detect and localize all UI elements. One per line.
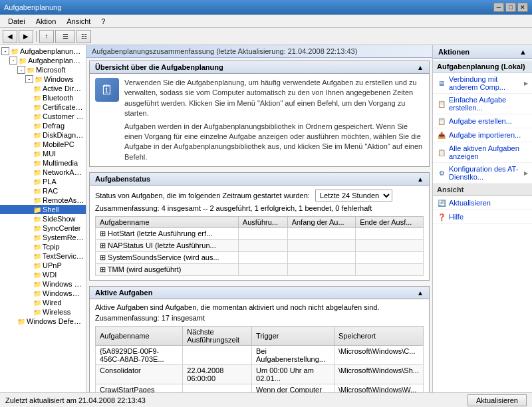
folder-icon-library: 📁	[19, 57, 27, 65]
at-cell-name-0: {5A8929DE-00F9-456C-A8AB-703E...	[96, 346, 183, 365]
task-status-content: Status von Aufgaben, die im folgenden Ze…	[90, 186, 429, 280]
sidebar-item-rac[interactable]: 📁 RAC	[0, 186, 86, 196]
cell-col3-2	[287, 252, 356, 264]
status-period-select[interactable]: Letzte 24 Stunden	[315, 190, 392, 202]
action-item-create-simple[interactable]: 📋 Einfache Aufgabe erstellen...	[433, 94, 532, 114]
sidebar-item-shell[interactable]: 📁 Shell	[0, 205, 86, 214]
close-button[interactable]: ✕	[517, 3, 528, 12]
active-tasks-section: Aktive Aufgaben ▲ Aktive Aufgaben sind A…	[89, 286, 430, 392]
folder-icon-microsoft: 📁	[27, 67, 35, 74]
sidebar-item-winerror[interactable]: 📁 Windows Error	[0, 279, 86, 289]
toolbar: ◀ ▶ ↑ ☰ ☷	[0, 28, 532, 45]
sidebar-label-side: SideShow	[43, 215, 76, 223]
sidebar-item-root[interactable]: - 📁 Aufgabenplanung (Lokal)	[0, 47, 86, 56]
menu-help[interactable]: ?	[96, 16, 110, 27]
sidebar-item-mobile[interactable]: 📁 MobilePC	[0, 140, 86, 149]
forward-button[interactable]: ▶	[19, 30, 33, 43]
table-row: CrawlStartPages Wenn der Computer ina...…	[96, 384, 424, 392]
sidebar-item-disk[interactable]: 📁 DiskDiagnosis	[0, 130, 86, 140]
sidebar-item-remote[interactable]: 📁 RemoteAssista	[0, 196, 86, 205]
up-button[interactable]: ↑	[39, 30, 54, 43]
at-cell-col3-1: Um 00:00 Uhr am 02.01...	[252, 365, 334, 384]
maximize-button[interactable]: □	[505, 3, 516, 12]
action-item-connect[interactable]: 🖥 Verbindung mit anderem Comp... ▶	[433, 73, 532, 94]
connect-icon: 🖥	[437, 78, 446, 88]
overview-header[interactable]: Übersicht über die Aufgabenplanung ▲	[90, 61, 429, 74]
minimize-button[interactable]: ─	[493, 3, 504, 12]
action-refresh-label: Aktualisieren	[449, 199, 528, 207]
menu-ansicht[interactable]: Ansicht	[61, 16, 96, 27]
sidebar-item-mui[interactable]: 📁 MUI	[0, 149, 86, 158]
actions-collapse-icon[interactable]: ▲	[519, 48, 527, 56]
folder-icon: 📁	[11, 48, 19, 55]
sidebar-item-activedirectory[interactable]: 📁 Active Directory	[0, 84, 86, 93]
action-section-local-label: Aufgabenplanung (Lokal)	[437, 63, 525, 70]
sidebar-label-upnp: UPnP	[43, 261, 62, 269]
menu-aktion[interactable]: Aktion	[31, 16, 62, 27]
col-aufgabenname[interactable]: Aufgabenname	[96, 217, 239, 228]
sidebar-item-defrag[interactable]: 📁 Defrag	[0, 121, 86, 130]
folder-icon-sysrestore: 📁	[33, 234, 41, 241]
action-item-show-active[interactable]: 📋 Alle aktiven Aufgaben anzeigen	[433, 142, 532, 163]
sidebar-item-wdi[interactable]: 📁 WDI	[0, 270, 86, 279]
refresh-button[interactable]: Aktualisieren	[467, 394, 527, 406]
overview-collapse-icon[interactable]: ▲	[417, 64, 424, 71]
action-item-create-task[interactable]: 📋 Aufgabe erstellen...	[433, 114, 532, 128]
sidebar-label-shell: Shell	[43, 205, 59, 213]
col-at-location[interactable]: Speicherort	[334, 327, 423, 346]
action-item-refresh[interactable]: 🔄 Aktualisieren	[433, 196, 532, 210]
active-tasks-header[interactable]: Aktive Aufgaben ▲	[90, 287, 429, 299]
sidebar-item-upnp[interactable]: 📁 UPnP	[0, 261, 86, 270]
action-item-config[interactable]: ⚙ Konfiguration des AT-Dienstko... ▶	[433, 163, 532, 184]
list-button[interactable]: ☷	[76, 30, 91, 43]
show-button[interactable]: ☰	[55, 30, 75, 43]
col-ende[interactable]: Ende der Ausf...	[356, 217, 424, 228]
sidebar-item-wired[interactable]: 📁 Wired	[0, 298, 86, 307]
sidebar-label-wireless: Wireless	[43, 308, 70, 316]
sidebar-item-multimedia[interactable]: 📁 Multimedia	[0, 158, 86, 168]
action-item-help[interactable]: ❓ Hilfe	[433, 210, 532, 224]
col-at-name[interactable]: Aufgabenname	[96, 327, 183, 346]
sidebar-item-windefender[interactable]: 📁 Windows Defende	[0, 317, 86, 326]
expand-microsoft[interactable]: -	[17, 66, 25, 74]
col-at-trigger[interactable]: Trigger	[252, 327, 334, 346]
expand-library[interactable]: -	[9, 57, 17, 65]
sidebar-item-wireless[interactable]: 📁 Wireless	[0, 307, 86, 317]
folder-icon-text: 📁	[33, 253, 41, 260]
expand-icon[interactable]: -	[1, 47, 9, 55]
sidebar-item-sideshow[interactable]: 📁 SideShow	[0, 214, 86, 223]
sidebar-item-library[interactable]: - 📁 Aufgabenplanungsbibliothek	[0, 56, 86, 65]
task-status-collapse-icon[interactable]: ▲	[417, 176, 424, 183]
sidebar-label-remote: RemoteAssista	[43, 196, 84, 204]
sidebar-item-microsoft[interactable]: - 📁 Microsoft	[0, 65, 86, 74]
folder-icon-mobile: 📁	[33, 141, 41, 148]
col-anfang[interactable]: Anfang der Au...	[287, 217, 356, 228]
action-arrow-config: ▶	[524, 170, 528, 176]
sidebar-item-sync[interactable]: 📁 SyncCenter	[0, 223, 86, 233]
sidebar-item-network[interactable]: 📁 NetworkAcces	[0, 168, 86, 177]
overview-text-content: Verwenden Sie die Aufgabenplanung, um hä…	[124, 78, 424, 162]
col-ausfuehrung[interactable]: Ausführu...	[238, 217, 287, 228]
sidebar-item-bluetooth[interactable]: 📁 Bluetooth	[0, 93, 86, 102]
sidebar-item-sysrestore[interactable]: 📁 SystemRestore	[0, 233, 86, 242]
sidebar-item-windows[interactable]: - 📁 Windows	[0, 74, 86, 84]
expand-windows[interactable]: -	[25, 75, 33, 83]
menu-datei[interactable]: Datei	[3, 16, 31, 27]
col-at-next[interactable]: Nächste Ausführungszeit	[183, 327, 252, 346]
active-tasks-collapse-icon[interactable]: ▲	[417, 289, 424, 297]
sidebar-item-wincal[interactable]: 📁 WindowsCalen	[0, 289, 86, 298]
active-tasks-table: Aufgabenname Nächste Ausführungszeit Tri…	[95, 326, 424, 392]
sidebar-item-tcpip[interactable]: 📁 Tcpip	[0, 242, 86, 251]
sidebar-item-customer[interactable]: 📁 Customer Expe	[0, 112, 86, 121]
sidebar-item-cert[interactable]: 📁 CertificateServ	[0, 102, 86, 112]
cell-col2-0	[238, 228, 287, 240]
task-status-header[interactable]: Aufgabenstatus ▲	[90, 173, 429, 186]
back-button[interactable]: ◀	[3, 30, 17, 43]
sidebar-item-text[interactable]: 📁 TextServicesFr	[0, 251, 86, 261]
sidebar-item-pla[interactable]: 📁 PLA	[0, 177, 86, 186]
at-cell-name-2: CrawlStartPages	[96, 384, 183, 392]
sidebar-label-root: Aufgabenplanung (Lokal)	[20, 47, 84, 55]
action-item-import[interactable]: 📥 Aufgabe importieren...	[433, 128, 532, 142]
folder-icon-rac: 📁	[33, 188, 41, 195]
sidebar-label-library: Aufgabenplanungsbibliothek	[28, 57, 84, 65]
